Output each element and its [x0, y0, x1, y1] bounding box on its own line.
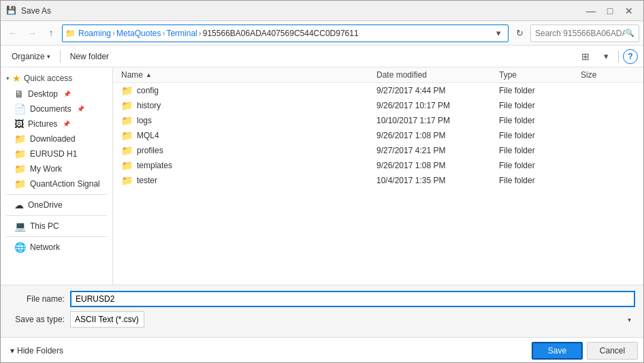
file-date: 10/4/2017 1:35 PM [376, 176, 499, 185]
file-type: File folder [499, 146, 581, 155]
desktop-pin-icon: 📌 [63, 91, 71, 97]
file-name-templates: 📁 templates [121, 160, 376, 171]
search-input[interactable] [535, 29, 625, 38]
documents-icon: 📄 [14, 104, 26, 114]
breadcrumb-terminal[interactable]: Terminal [166, 29, 197, 38]
actions-bar: Organize ▾ New folder ⊞ ▾ ? [1, 46, 643, 67]
file-name-tester: 📁 tester [121, 175, 376, 186]
table-row[interactable]: 📁 templates 9/26/2017 1:08 PM File folde… [113, 158, 643, 173]
sidebar-divider-2 [6, 215, 107, 216]
savetype-row: Save as type: ASCII Text (*.csv) CSV (*.… [9, 311, 635, 328]
filename-label: File name: [9, 294, 70, 304]
file-name-config: 📁 config [121, 85, 376, 96]
file-type: File folder [499, 131, 581, 140]
new-folder-button[interactable]: New folder [65, 48, 114, 65]
sidebar-item-desktop[interactable]: 🖥 Desktop 📌 [1, 86, 112, 101]
breadcrumb-roaming[interactable]: Roaming [78, 29, 111, 38]
search-box: 🔍 [530, 25, 639, 42]
file-date: 9/27/2017 4:44 PM [376, 86, 499, 95]
downloaded-icon: 📁 [14, 133, 26, 144]
file-name-profiles: 📁 profiles [121, 145, 376, 156]
sidebar-thispc-label: This PC [30, 221, 59, 231]
table-row[interactable]: 📁 config 9/27/2017 4:44 PM File folder [113, 83, 643, 98]
file-type: File folder [499, 116, 581, 125]
organize-button[interactable]: Organize ▾ [6, 48, 56, 65]
savetype-select[interactable]: ASCII Text (*.csv) CSV (*.csv) Excel (*.… [70, 311, 144, 328]
file-type: File folder [499, 101, 581, 110]
breadcrumb-folder-icon: 📁 [65, 29, 76, 38]
new-folder-label: New folder [70, 52, 109, 61]
file-date: 9/27/2017 4:21 PM [376, 146, 499, 155]
file-date: 9/26/2017 10:17 PM [376, 101, 499, 110]
sidebar-eurusd-label: EURUSD H1 [30, 149, 77, 159]
folder-icon: 📁 [121, 130, 133, 141]
sidebar-documents-label: Documents [30, 104, 71, 114]
quick-access-section: ▾ ★ Quick access 🖥 Desktop 📌 📄 Documents… [1, 70, 112, 191]
mywork-icon: 📁 [14, 163, 26, 174]
refresh-button[interactable]: ↻ [511, 25, 528, 42]
sidebar-item-thispc[interactable]: 💻 This PC [1, 219, 112, 234]
sidebar-item-network[interactable]: 🌐 Network [1, 240, 112, 255]
file-type: File folder [499, 176, 581, 185]
column-headers: Name ▲ Date modified Type Size [113, 67, 643, 83]
file-name-mql4: 📁 MQL4 [121, 130, 376, 141]
sidebar-item-downloaded[interactable]: 📁 Downloaded [1, 131, 112, 146]
sidebar-item-pictures[interactable]: 🖼 Pictures 📌 [1, 116, 112, 131]
documents-pin-icon: 📌 [77, 106, 84, 112]
sidebar: ▾ ★ Quick access 🖥 Desktop 📌 📄 Documents… [1, 67, 113, 285]
up-button[interactable]: ↑ [43, 25, 59, 42]
sidebar-onedrive-label: OneDrive [28, 200, 63, 210]
onedrive-icon: ☁ [14, 200, 24, 210]
minimize-button[interactable]: — [582, 4, 600, 18]
breadcrumb-current: 915566BA06ADA407569C544CC0D97611 [203, 29, 359, 38]
file-date: 9/26/2017 1:08 PM [376, 161, 499, 170]
table-row[interactable]: 📁 MQL4 9/26/2017 1:08 PM File folder [113, 128, 643, 143]
column-size[interactable]: Size [581, 70, 635, 80]
sidebar-item-quantaction[interactable]: 📁 QuantAction Signal [1, 176, 112, 191]
back-button[interactable]: ← [5, 25, 21, 42]
sidebar-item-documents[interactable]: 📄 Documents 📌 [1, 101, 112, 116]
desktop-icon: 🖥 [14, 89, 24, 99]
sidebar-item-onedrive[interactable]: ☁ OneDrive [1, 198, 112, 212]
view-dropdown-button[interactable]: ▾ [598, 48, 614, 65]
column-name[interactable]: Name ▲ [121, 70, 376, 80]
maximize-button[interactable]: □ [601, 4, 619, 18]
cancel-button[interactable]: Cancel [587, 342, 638, 360]
sidebar-network-label: Network [30, 242, 60, 252]
hide-folders-button[interactable]: ▾ Hide Folders [6, 343, 67, 358]
savetype-label: Save as type: [9, 315, 70, 324]
table-row[interactable]: 📁 history 9/26/2017 10:17 PM File folder [113, 98, 643, 113]
sidebar-downloaded-label: Downloaded [30, 134, 76, 144]
view-toggle-button[interactable]: ⊞ [577, 48, 594, 65]
table-row[interactable]: 📁 logs 10/10/2017 1:17 PM File folder [113, 113, 643, 128]
close-button[interactable]: ✕ [620, 4, 638, 18]
breadcrumb-metaquotes[interactable]: MetaQuotes [116, 29, 161, 38]
file-date: 9/26/2017 1:08 PM [376, 131, 499, 140]
pictures-pin-icon: 📌 [63, 121, 70, 127]
quick-access-star-icon: ★ [12, 73, 21, 84]
table-row[interactable]: 📁 tester 10/4/2017 1:35 PM File folder [113, 173, 643, 188]
file-name-logs: 📁 logs [121, 115, 376, 126]
filename-input[interactable] [70, 291, 635, 307]
sidebar-item-mywork[interactable]: 📁 My Work [1, 161, 112, 176]
column-date[interactable]: Date modified [376, 70, 499, 80]
save-button[interactable]: Save [532, 342, 583, 360]
address-bar: 📁 Roaming › MetaQuotes › Terminal › 9155… [62, 25, 509, 42]
quick-access-header[interactable]: ▾ ★ Quick access [1, 70, 112, 86]
content-area: Name ▲ Date modified Type Size 📁 config … [113, 67, 643, 285]
action-separator-2 [618, 50, 619, 63]
file-list: 📁 config 9/27/2017 4:44 PM File folder 📁… [113, 83, 643, 285]
folder-icon: 📁 [121, 85, 133, 96]
thispc-icon: 💻 [14, 221, 26, 232]
column-type[interactable]: Type [499, 70, 581, 80]
file-date: 10/10/2017 1:17 PM [376, 116, 499, 125]
address-dropdown-button[interactable]: ▾ [492, 25, 505, 42]
help-button[interactable]: ? [623, 49, 638, 64]
search-icon: 🔍 [625, 29, 634, 37]
table-row[interactable]: 📁 profiles 9/27/2017 4:21 PM File folder [113, 143, 643, 158]
folder-icon: 📁 [121, 115, 133, 126]
toolbar: ← → ↑ 📁 Roaming › MetaQuotes › Terminal … [1, 21, 643, 46]
forward-button[interactable]: → [24, 25, 40, 42]
sidebar-item-eurusd[interactable]: 📁 EURUSD H1 [1, 146, 112, 161]
bottom-panel: File name: Save as type: ASCII Text (*.c… [1, 285, 643, 337]
